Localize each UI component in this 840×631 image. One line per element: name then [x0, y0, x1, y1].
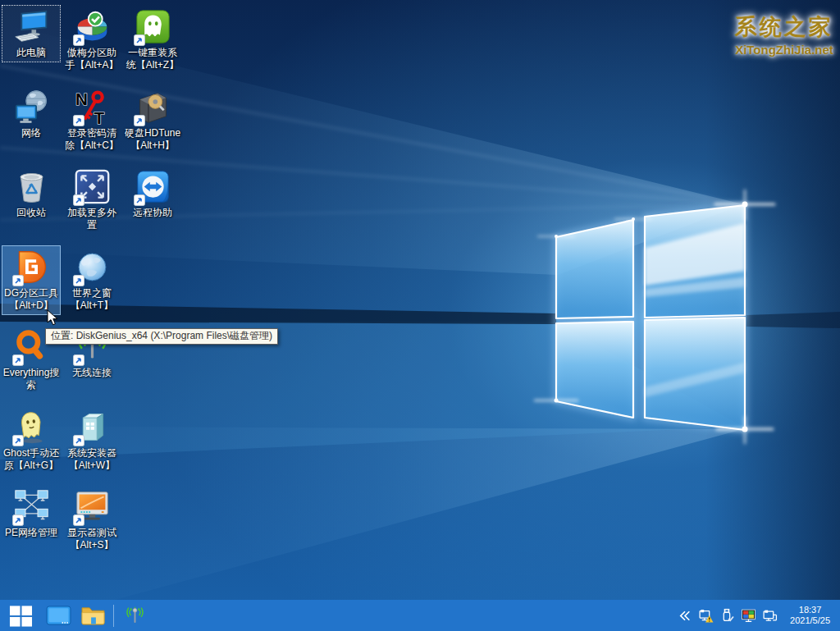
clock-date: 2021/5/25 [790, 615, 830, 626]
onekey-reinstall-icon [135, 8, 171, 45]
desktop-icon-grid: 此电脑傲梅分区助手【Alt+A】一键重装系统【Alt+Z】网络NT登录密码清除【… [0, 0, 840, 600]
display-color-tray-icon[interactable] [737, 600, 759, 631]
desktop-icon-theworld-browser[interactable]: 世界之窗【Alt+T】 [62, 245, 121, 315]
network-icon [13, 89, 50, 126]
icon-label: 回收站 [2, 207, 60, 219]
desktop-icon-load-more[interactable]: 加载更多外置 [62, 165, 121, 235]
shortcut-arrow-badge [73, 34, 84, 46]
shortcut-arrow-badge [73, 354, 84, 366]
icon-label: 网络 [2, 127, 60, 139]
desktop-monitor-icon [46, 606, 71, 626]
desktop-icon-pe-network[interactable]: PE网络管理 [2, 485, 61, 542]
desktop-icon-partition-assistant[interactable]: 傲梅分区助手【Alt+A】 [62, 5, 121, 75]
shortcut-arrow-badge [73, 275, 84, 286]
desktop-icon-display-test[interactable]: 显示器测试【Alt+S】 [62, 485, 121, 555]
desktop-icon-ghost-restore[interactable]: Ghost手动还原【Alt+G】 [2, 405, 61, 475]
this-pc-icon [13, 8, 50, 45]
chevron-left-icon [677, 608, 692, 624]
shortcut-arrow-badge [73, 514, 84, 526]
desktop-icon-system-installer[interactable]: 系统安装器【Alt+W】 [62, 405, 121, 475]
hdtune-icon [135, 89, 171, 126]
desktop-icon-network[interactable]: 网络 [2, 85, 61, 143]
icon-label: PE网络管理 [2, 527, 60, 539]
ghost-restore-icon [13, 409, 50, 446]
tray-expand-button[interactable] [673, 600, 695, 631]
windows-start-icon [9, 604, 33, 628]
shortcut-arrow-badge [134, 115, 145, 126]
desktop-icon-remote-assist[interactable]: 远程协助 [123, 165, 182, 222]
desktop-icon-this-pc[interactable]: 此电脑 [2, 5, 61, 62]
taskbar-separator [113, 605, 114, 627]
display-color-icon [741, 608, 756, 624]
shortcut-arrow-badge [12, 435, 24, 446]
usb-eject-icon [719, 608, 735, 624]
desktop-icon-password-clear[interactable]: NT登录密码清除【Alt+C】 [62, 85, 121, 155]
shortcut-arrow-badge [73, 435, 84, 446]
remote-assist-icon [135, 168, 171, 205]
icon-label: 系统安装器【Alt+W】 [63, 447, 121, 472]
diskgenius-icon [13, 249, 50, 286]
shortcut-arrow-badge [73, 115, 84, 126]
desktop-icon-onekey-reinstall[interactable]: 一键重装系统【Alt+Z】 [123, 5, 182, 75]
taskbar-tray: 18:37 2021/5/25 [673, 600, 840, 631]
shortcut-arrow-badge [73, 194, 84, 206]
network-display-icon [762, 608, 778, 624]
icon-label: 显示器测试【Alt+S】 [63, 527, 121, 551]
tooltip: 位置: DiskGenius_x64 (X:\Program Files\磁盘管… [45, 328, 278, 345]
system-installer-icon [74, 409, 111, 446]
icon-label: 无线连接 [63, 367, 121, 379]
display-test-icon [74, 488, 111, 525]
usb-tray-icon[interactable] [716, 600, 737, 631]
svg-text:T: T [94, 108, 104, 126]
desktop-icon-diskgenius[interactable]: DG分区工具【Alt+D】 [2, 245, 61, 315]
password-clear-icon: NT [74, 89, 111, 126]
shortcut-arrow-badge [12, 275, 24, 286]
icon-label: 硬盘HDTune【Alt+H】 [124, 127, 181, 152]
file-explorer-icon [80, 605, 106, 626]
icon-label: 世界之窗【Alt+T】 [63, 287, 121, 312]
icon-label: DG分区工具【Alt+D】 [2, 287, 60, 312]
everything-search-icon [13, 328, 50, 365]
taskbar-clock[interactable]: 18:37 2021/5/25 [787, 605, 833, 626]
taskbar: 18:37 2021/5/25 [0, 600, 840, 631]
icon-label: 加载更多外置 [63, 207, 121, 231]
icon-label: Ghost手动还原【Alt+G】 [2, 447, 60, 472]
network-tray-icon[interactable] [759, 600, 780, 631]
pe-network-icon [13, 488, 50, 525]
file-explorer-button[interactable] [75, 600, 110, 631]
icon-label: 一键重装系统【Alt+Z】 [124, 47, 181, 71]
desktop: 此电脑傲梅分区助手【Alt+A】一键重装系统【Alt+Z】网络NT登录密码清除【… [0, 0, 840, 600]
partition-assistant-icon [74, 8, 111, 45]
theworld-browser-icon [74, 249, 111, 286]
icon-label: 此电脑 [2, 47, 60, 59]
recycle-bin-icon [13, 168, 50, 205]
shortcut-arrow-badge [12, 514, 24, 526]
taskbar-left [0, 600, 152, 631]
load-more-icon [74, 168, 111, 205]
desktop-icon-hdtune[interactable]: 硬盘HDTune【Alt+H】 [123, 85, 182, 155]
network-warning-tray-icon[interactable] [695, 600, 716, 631]
icon-label: Everything搜索 [2, 367, 60, 391]
wireless-taskbar-button[interactable] [117, 600, 152, 631]
mouse-cursor [47, 309, 59, 327]
icon-label: 远程协助 [124, 207, 181, 219]
icon-label: 傲梅分区助手【Alt+A】 [63, 47, 121, 71]
wireless-signal-icon [124, 605, 146, 627]
shortcut-arrow-badge [12, 354, 24, 366]
start-button[interactable] [0, 600, 41, 631]
icon-label: 登录密码清除【Alt+C】 [63, 127, 121, 152]
svg-text:N: N [75, 89, 87, 108]
desktop-button[interactable] [41, 600, 75, 631]
desktop-icon-recycle-bin[interactable]: 回收站 [2, 165, 61, 222]
network-warning-icon [698, 608, 714, 624]
shortcut-arrow-badge [134, 34, 145, 46]
shortcut-arrow-badge [134, 194, 145, 206]
clock-time: 18:37 [790, 605, 830, 615]
